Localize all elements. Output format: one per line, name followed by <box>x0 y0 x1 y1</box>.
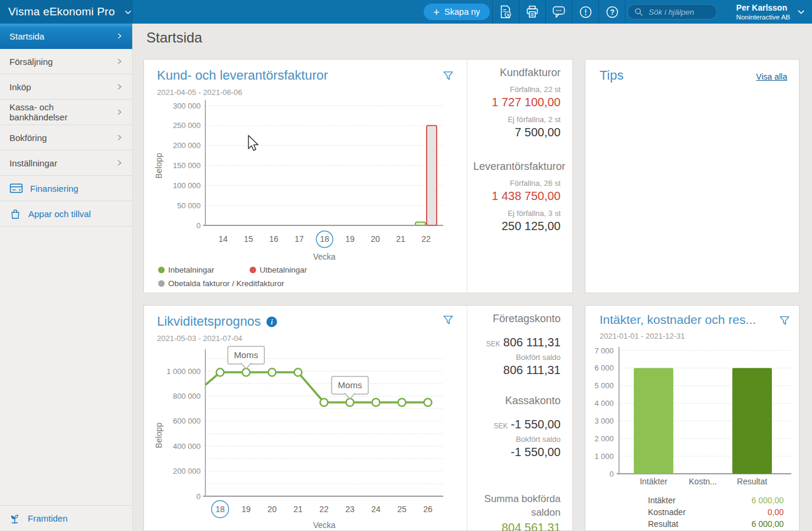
svg-text:22: 22 <box>421 234 431 244</box>
result-chart: 01 0002 0003 0004 0005 0006 0007 000Intä… <box>585 343 800 492</box>
sidebar-item-appar-och-tillval[interactable]: Appar och tillval <box>0 201 132 227</box>
show-all-link[interactable]: Visa alla <box>756 72 787 81</box>
svg-text:25: 25 <box>397 504 407 514</box>
svg-text:Moms: Moms <box>338 380 362 390</box>
svg-text:18: 18 <box>320 234 329 244</box>
svg-text:0: 0 <box>197 221 201 230</box>
supplier-overdue-value: 1 438 750,00 <box>473 189 561 203</box>
account2-booked: -1 550,00 <box>473 445 561 459</box>
info-icon[interactable]: i <box>266 316 277 327</box>
sidebar-item-installningar[interactable]: Inställningar <box>0 150 132 176</box>
invoices-side-panel: Kundfakturor Förfallna, 22 st 1 727 100,… <box>467 60 572 293</box>
result-summary-row: Resultat6 000,00 <box>648 519 784 529</box>
svg-text:5 000: 5 000 <box>594 381 614 390</box>
svg-text:0: 0 <box>610 470 614 478</box>
svg-text:400 000: 400 000 <box>173 442 201 451</box>
svg-text:7 000: 7 000 <box>594 346 614 355</box>
svg-text:200 000: 200 000 <box>173 467 201 476</box>
sidebar: StartsidaFörsäljningInköpKassa- och bank… <box>0 24 133 531</box>
search-input[interactable] <box>647 7 710 17</box>
sidebar-nav: StartsidaFörsäljningInköpKassa- och bank… <box>0 24 132 227</box>
result-card-title: Intäkter, kostnader och res... <box>600 313 756 327</box>
svg-text:4 000: 4 000 <box>594 399 614 408</box>
svg-text:17: 17 <box>294 234 304 244</box>
sidebar-footer-label: Framtiden <box>28 513 68 523</box>
svg-text:21: 21 <box>293 504 303 514</box>
chevron-right-icon <box>116 32 123 40</box>
liquidity-side-panel: Företagskonto SEK806 111,31 Bokfört sald… <box>467 306 572 530</box>
chevron-right-icon <box>116 83 123 90</box>
sidebar-item-inkop[interactable]: Inköp <box>0 74 132 100</box>
sidebar-item-bokforing[interactable]: Bokföring <box>0 125 132 150</box>
legend-dot <box>158 280 165 287</box>
chat-icon[interactable] <box>545 0 572 24</box>
result-summary-label: Kostnader <box>648 507 686 517</box>
svg-text:14: 14 <box>218 234 228 244</box>
currency-label: SEK <box>486 340 500 348</box>
svg-text:1 000 000: 1 000 000 <box>166 367 201 376</box>
svg-text:Intäkter: Intäkter <box>640 477 667 486</box>
card-icon <box>9 183 23 194</box>
sidebar-item-startsida[interactable]: Startsida <box>0 24 132 49</box>
legend-label: Inbetalningar <box>168 266 214 274</box>
sidebar-item-label: Inköp <box>9 82 31 92</box>
create-new-button[interactable]: + Skapa ny <box>424 4 490 20</box>
printer-icon[interactable] <box>519 0 545 24</box>
svg-text:22: 22 <box>319 504 329 514</box>
result-card: Intäkter, kostnader och res... 2021-01-0… <box>585 305 800 531</box>
user-menu[interactable]: Per Karlsson Noninteractive AB <box>733 0 808 24</box>
help-search <box>627 4 717 19</box>
liquidity-card-title: Likviditetsprognos <box>157 314 261 329</box>
svg-text:50 000: 50 000 <box>177 201 201 210</box>
booked-balance-label: Bokfört saldo <box>473 435 561 444</box>
invoices-chart: 050 000100 000150 000200 000250 000300 0… <box>144 95 463 263</box>
legend-label: Obetalda fakturor / Kreditfakturor <box>168 279 284 288</box>
svg-text:15: 15 <box>244 234 253 244</box>
sidebar-item-label: Startsida <box>9 31 44 41</box>
topbar-icons: ? <box>492 0 626 24</box>
svg-text:800 000: 800 000 <box>173 392 201 401</box>
sidebar-item-forsaljning[interactable]: Försäljning <box>0 49 132 74</box>
app-switcher[interactable]: Visma eEkonomi Pro <box>0 0 133 24</box>
help-icon[interactable]: ? <box>598 0 626 24</box>
svg-text:24: 24 <box>371 504 381 514</box>
topbar: Visma eEkonomi Pro + Skapa ny ? <box>0 0 812 24</box>
sidebar-item-label: Finansiering <box>30 183 78 194</box>
result-summary: Intäkter6 000,00Kostnader0,00Resultat6 0… <box>648 496 784 531</box>
svg-text:Vecka: Vecka <box>313 520 335 530</box>
account1-balance: SEK806 111,31 <box>473 336 561 349</box>
create-new-label: Skapa ny <box>444 7 480 17</box>
svg-text:300 000: 300 000 <box>173 101 201 110</box>
chevron-right-icon <box>116 109 123 116</box>
supplier-notdue-value: 250 125,00 <box>473 219 561 233</box>
svg-text:6 000: 6 000 <box>594 363 614 372</box>
sidebar-item-label: Kassa- och bankhändelser <box>9 102 109 122</box>
sidebar-item-label: Appar och tillval <box>28 209 91 219</box>
filter-icon[interactable] <box>442 314 454 326</box>
supplier-overdue-label: Förfallna, 26 st <box>473 179 561 188</box>
filter-icon[interactable] <box>442 70 454 82</box>
total-balance-value: 804 561,31 <box>473 521 561 531</box>
svg-text:1 000: 1 000 <box>594 452 614 461</box>
sidebar-item-kassa-och-bankhandelser[interactable]: Kassa- och bankhändelser <box>0 100 132 125</box>
svg-text:18: 18 <box>215 504 225 514</box>
alert-icon[interactable] <box>572 0 598 24</box>
sidebar-item-finansiering[interactable]: Finansiering <box>0 176 132 201</box>
svg-text:600 000: 600 000 <box>173 417 201 425</box>
supplier-notdue-label: Ej förfallna, 3 st <box>473 209 561 218</box>
chevron-down-icon <box>797 6 805 17</box>
svg-text:19: 19 <box>345 234 355 244</box>
svg-text:21: 21 <box>396 234 405 244</box>
filter-icon[interactable] <box>778 314 791 327</box>
document-search-icon[interactable] <box>492 0 519 24</box>
svg-text:23: 23 <box>345 504 355 514</box>
account2-balance: SEK-1 550,00 <box>473 418 561 431</box>
account2-name: Kassakonto <box>473 395 561 407</box>
liquidity-chart: 0200 000400 000600 000800 0001 000 00018… <box>144 341 463 531</box>
svg-text:Belopp: Belopp <box>154 153 163 179</box>
svg-text:150 000: 150 000 <box>173 161 201 170</box>
svg-text:19: 19 <box>241 504 251 514</box>
svg-text:20: 20 <box>267 504 277 514</box>
sidebar-item-framtiden[interactable]: Framtiden <box>0 505 132 531</box>
customer-notdue-value: 7 500,00 <box>473 126 561 139</box>
